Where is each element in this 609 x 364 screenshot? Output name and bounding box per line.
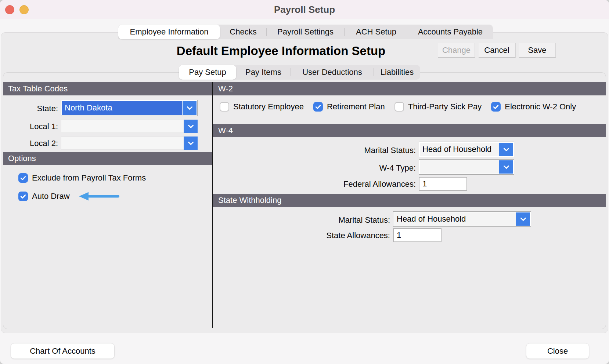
local2-dropdown-value [61, 137, 184, 149]
chevron-down-icon[interactable] [184, 136, 198, 150]
checkbox-label: Auto Draw [32, 192, 70, 201]
chevron-down-icon[interactable] [516, 212, 530, 226]
federal-allowances-input[interactable]: 1 [419, 177, 467, 191]
checkbox-label: Third-Party Sick Pay [408, 102, 482, 112]
window-title: Payroll Setup [0, 4, 609, 15]
w4-marital-status-label: Marital Status: [257, 146, 416, 155]
checkbox-icon[interactable] [18, 192, 28, 201]
section-header-w2: W-2 [213, 82, 606, 95]
tab-payroll-settings[interactable]: Payroll Settings [267, 25, 344, 39]
checkbox-icon[interactable] [491, 102, 501, 112]
w4-type-dropdown[interactable] [419, 159, 514, 175]
chevron-down-icon[interactable] [183, 101, 197, 115]
local1-dropdown[interactable] [61, 120, 198, 133]
cancel-button[interactable]: Cancel [479, 43, 516, 58]
third-party-sick-pay-checkbox[interactable]: Third-Party Sick Pay [394, 102, 482, 112]
checkbox-label: Electronic W-2 Only [505, 102, 576, 112]
tab-ach-setup[interactable]: ACH Setup [345, 25, 408, 39]
auto-draw-checkbox[interactable]: Auto Draw [18, 192, 120, 201]
federal-allowances-label: Federal Allowances: [257, 179, 416, 189]
w4-marital-status-value: Head of Household [420, 143, 499, 156]
local1-label: Local 1: [7, 122, 58, 131]
close-button[interactable]: Close [526, 343, 589, 359]
w4-type-value [420, 160, 499, 174]
electronic-w2-only-checkbox[interactable]: Electronic W-2 Only [491, 102, 576, 112]
vertical-divider [212, 82, 213, 328]
section-header-state-withholding: State Withholding [213, 194, 606, 207]
chevron-down-icon[interactable] [499, 160, 513, 174]
state-dropdown-value: North Dakota [62, 101, 182, 115]
state-dropdown[interactable]: North Dakota [61, 100, 198, 116]
local2-label: Local 2: [7, 139, 58, 148]
exclude-payroll-tax-forms-checkbox[interactable]: Exclude from Payroll Tax Forms [18, 173, 146, 183]
main-tab-bar: Employee Information Checks Payroll Sett… [118, 25, 493, 39]
statutory-employee-checkbox[interactable]: Statutory Employee [220, 102, 304, 112]
state-label: State: [7, 104, 58, 113]
header-buttons: Change Cancel Save [438, 43, 556, 58]
section-header-tax-table-codes: Tax Table Codes [3, 82, 212, 95]
titlebar: Payroll Setup [0, 0, 609, 19]
w4-marital-status-dropdown[interactable]: Head of Household [419, 142, 514, 157]
state-marital-status-value: Head of Household [394, 212, 516, 226]
change-button[interactable]: Change [438, 43, 475, 58]
state-allowances-label: State Allowances: [231, 231, 390, 240]
annotation-arrow-left-icon [79, 192, 120, 201]
local2-dropdown[interactable] [61, 136, 198, 150]
subtab-user-deductions[interactable]: User Deductions [291, 65, 374, 80]
section-header-w4: W-4 [213, 124, 606, 137]
sub-tab-bar: Pay Setup Pay Items User Deductions Liab… [179, 65, 420, 80]
tab-employee-information[interactable]: Employee Information [118, 25, 220, 39]
state-allowances-input[interactable]: 1 [393, 228, 442, 242]
retirement-plan-checkbox[interactable]: Retirement Plan [313, 102, 385, 112]
subtab-liabilities[interactable]: Liabilities [374, 65, 420, 80]
save-button[interactable]: Save [519, 43, 556, 58]
checkbox-icon[interactable] [313, 102, 323, 112]
w4-type-label: W-4 Type: [257, 163, 416, 173]
subtab-pay-setup[interactable]: Pay Setup [179, 65, 236, 80]
tab-checks[interactable]: Checks [220, 25, 266, 39]
section-header-options: Options [3, 152, 212, 165]
tab-accounts-payable[interactable]: Accounts Payable [408, 25, 493, 39]
w2-checkbox-row: Statutory Employee Retirement Plan Third… [220, 102, 576, 112]
subtab-pay-items[interactable]: Pay Items [236, 65, 291, 80]
payroll-setup-window: Payroll Setup Employee Information Check… [0, 0, 609, 364]
checkbox-label: Exclude from Payroll Tax Forms [32, 173, 146, 183]
chart-of-accounts-button[interactable]: Chart Of Accounts [11, 343, 115, 359]
state-marital-status-dropdown[interactable]: Head of Household [393, 211, 531, 227]
chevron-down-icon[interactable] [184, 120, 198, 133]
checkbox-icon[interactable] [18, 173, 28, 183]
checkbox-label: Retirement Plan [327, 102, 385, 112]
checkbox-icon[interactable] [394, 102, 404, 112]
checkbox-label: Statutory Employee [233, 102, 304, 112]
checkbox-icon[interactable] [220, 102, 229, 112]
chevron-down-icon[interactable] [499, 143, 513, 156]
state-marital-status-label: Marital Status: [231, 215, 390, 225]
local1-dropdown-value [61, 120, 184, 132]
